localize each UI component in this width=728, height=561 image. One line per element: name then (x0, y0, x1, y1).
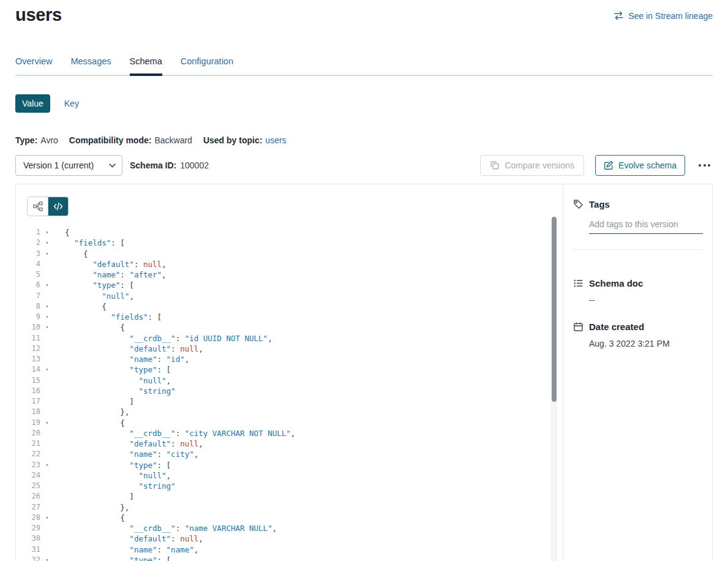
fold-gutter (43, 428, 51, 439)
fold-toggle-icon[interactable]: ▾ (43, 312, 51, 322)
tab-configuration[interactable]: Configuration (181, 53, 233, 75)
value-toggle-button[interactable]: Value (15, 94, 50, 113)
code-text: "name": "name", (65, 544, 198, 555)
fold-toggle-icon[interactable]: ▾ (43, 322, 51, 333)
code-text: "name": "city", (65, 449, 198, 459)
code-line: 18 }, (27, 407, 543, 417)
compatibility-value: Backward (154, 135, 192, 145)
compare-versions-button[interactable]: Compare versions (480, 155, 584, 176)
line-number: 5 (27, 269, 40, 280)
code-text: "default": null, (65, 344, 203, 354)
code-line: 16 "string" (27, 386, 543, 396)
code-text: "name": "after", (65, 269, 167, 280)
line-number: 23 (27, 460, 40, 470)
more-options-button[interactable] (696, 155, 713, 176)
code-text: "null", (65, 291, 134, 301)
code-line: 10▾ { (27, 322, 543, 333)
vertical-scrollbar[interactable] (551, 217, 557, 561)
fold-toggle-icon[interactable]: ▾ (43, 513, 51, 523)
tab-bar: Overview Messages Schema Configuration (15, 53, 713, 76)
line-number: 21 (27, 439, 40, 449)
line-number: 19 (27, 418, 40, 428)
code-line: 17 ] (27, 396, 543, 407)
line-number: 32 (27, 555, 40, 561)
compare-versions-label: Compare versions (505, 160, 574, 170)
code-text: }, (65, 502, 129, 513)
code-line: 7 "null", (27, 291, 543, 301)
line-number: 2 (27, 238, 40, 248)
fold-toggle-icon[interactable]: ▾ (43, 249, 51, 259)
schema-id-value: 100002 (180, 160, 209, 170)
code-text: "__crdb__": "name VARCHAR NULL", (65, 523, 277, 533)
editor-view-toggle (27, 197, 69, 216)
fold-gutter (43, 375, 51, 386)
evolve-schema-button[interactable]: Evolve schema (595, 155, 685, 176)
code-line: 6▾ "type": [ (27, 280, 543, 290)
fold-toggle-icon[interactable]: ▾ (43, 460, 51, 470)
copy-icon (490, 160, 500, 170)
code-text: { (65, 249, 88, 259)
code-line: 24 "null", (27, 470, 543, 481)
line-number: 13 (27, 354, 40, 364)
tab-schema[interactable]: Schema (130, 53, 162, 75)
stream-lineage-icon (614, 10, 624, 21)
fold-toggle-icon[interactable]: ▾ (43, 227, 51, 238)
code-line: 4 "default": null, (27, 259, 543, 269)
line-number: 10 (27, 322, 40, 333)
fold-toggle-icon[interactable]: ▾ (43, 280, 51, 290)
code-text: "__crdb__": "city VARCHAR NOT NULL", (65, 428, 295, 439)
fold-gutter (43, 502, 51, 513)
fold-gutter (43, 533, 51, 544)
code-text: "default": null, (65, 259, 167, 269)
fold-gutter (43, 386, 51, 396)
schema-doc-value: -- (589, 295, 702, 305)
fold-gutter (43, 259, 51, 269)
tab-overview[interactable]: Overview (15, 53, 52, 75)
code-text: "null", (65, 375, 171, 386)
code-line: 28▾ { (27, 513, 543, 523)
fold-toggle-icon[interactable]: ▾ (43, 238, 51, 248)
fold-gutter (43, 481, 51, 491)
fold-toggle-icon[interactable]: ▾ (43, 364, 51, 375)
code-line: 14▾ "type": [ (27, 364, 543, 375)
tab-messages[interactable]: Messages (70, 53, 111, 75)
code-text: { (65, 322, 125, 333)
fold-gutter (43, 291, 51, 301)
schema-id-label: Schema ID: (130, 160, 176, 170)
fold-gutter (43, 470, 51, 481)
sidebar-divider (573, 249, 702, 250)
line-number: 1 (27, 227, 40, 238)
code-line: 26 ] (27, 491, 543, 502)
line-number: 20 (27, 428, 40, 439)
code-line: 31 "name": "name", (27, 544, 543, 555)
stream-lineage-link[interactable]: See in Stream lineage (614, 10, 713, 21)
topic-link[interactable]: users (265, 135, 286, 145)
tree-icon (33, 201, 43, 211)
schema-sidebar: Tags Schema doc -- (563, 184, 712, 561)
fold-toggle-icon[interactable]: ▾ (43, 555, 51, 561)
tags-input[interactable] (589, 218, 703, 234)
code-text: "__crdb__": "id UUID NOT NULL", (65, 333, 272, 344)
fold-toggle-icon[interactable]: ▾ (43, 301, 51, 312)
fold-toggle-icon[interactable]: ▾ (43, 418, 51, 428)
page-title: users (15, 5, 62, 25)
code-text: "type": [ (65, 555, 171, 561)
code-line: 15 "null", (27, 375, 543, 386)
fold-gutter (43, 449, 51, 459)
code-line: 19▾ { (27, 418, 543, 428)
code-line: 2▾ "fields": [ (27, 238, 543, 248)
line-number: 17 (27, 396, 40, 407)
tree-view-button[interactable] (28, 197, 48, 216)
code-line: 23▾ "type": [ (27, 460, 543, 470)
schema-doc-section: Schema doc -- (573, 278, 702, 305)
key-toggle-button[interactable]: Key (64, 99, 79, 108)
version-select[interactable]: Version 1 (current) (15, 155, 122, 176)
code-view-button[interactable] (48, 197, 68, 216)
tags-section: Tags (573, 199, 702, 250)
fold-gutter (43, 407, 51, 417)
scrollbar-thumb[interactable] (552, 217, 557, 402)
fold-gutter (43, 333, 51, 344)
date-created-section: Date created Aug. 3 2022 3:21 PM (573, 322, 702, 348)
code-icon (53, 201, 63, 211)
code-line: 5 "name": "after", (27, 269, 543, 280)
